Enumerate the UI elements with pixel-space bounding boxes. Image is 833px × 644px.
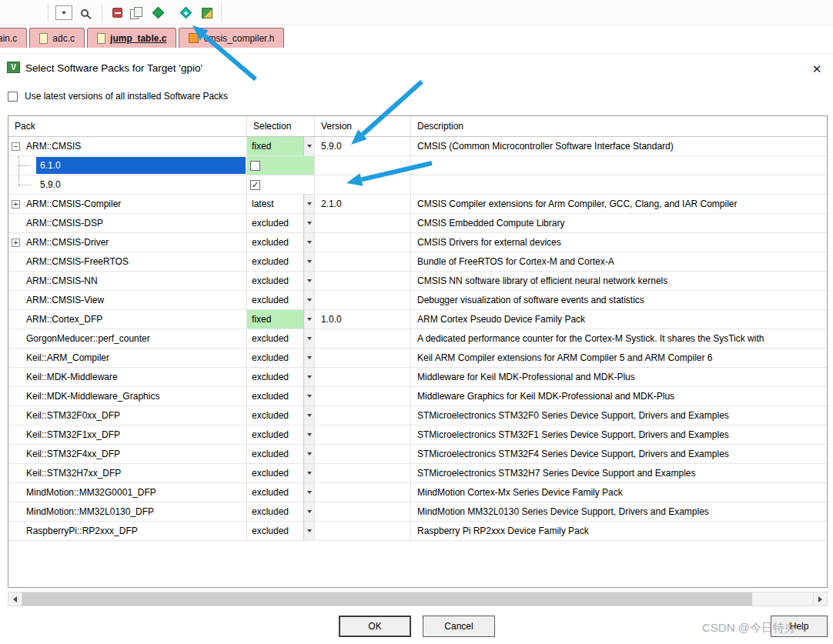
pack-cell[interactable]: +ARM::CMSIS-Compiler <box>8 195 247 213</box>
pack-cell[interactable]: 5.9.0 <box>8 175 247 194</box>
table-row[interactable]: Keil::MDK-Middleware_GraphicsexcludedMid… <box>8 387 827 406</box>
selection-cell[interactable]: excluded <box>247 425 315 444</box>
dropdown-button[interactable] <box>303 349 314 367</box>
table-row[interactable]: +ARM::CMSIS-DriverexcludedCMSIS Drivers … <box>8 233 827 252</box>
dropdown-button[interactable] <box>303 502 314 521</box>
selection-dropdown[interactable]: excluded <box>247 214 314 232</box>
selection-cell[interactable]: excluded <box>247 272 315 290</box>
pack-cell[interactable]: Keil::MDK-Middleware_Graphics <box>8 387 247 405</box>
selection-dropdown[interactable]: excluded <box>247 425 314 444</box>
pack-cell[interactable]: Keil::ARM_Compiler <box>8 349 247 367</box>
selection-cell[interactable]: excluded <box>247 406 315 425</box>
use-latest-checkbox[interactable] <box>8 92 18 102</box>
pack-cell[interactable]: ARM::CMSIS-FreeRTOS <box>8 252 247 271</box>
table-row[interactable]: ARM::CMSIS-ViewexcludedDebugger visualiz… <box>8 291 827 310</box>
table-row[interactable]: ARM::CMSIS-FreeRTOSexcludedBundle of Fre… <box>8 252 827 272</box>
selection-dropdown[interactable]: fixed <box>247 137 314 155</box>
pack-cell[interactable]: +ARM::CMSIS-Driver <box>8 233 247 252</box>
dropdown-button[interactable] <box>303 137 314 155</box>
pack-cell[interactable]: MindMotion::MM32L0130_DFP <box>8 502 247 521</box>
selection-dropdown[interactable]: excluded <box>247 406 314 425</box>
dropdown-button[interactable] <box>303 483 314 502</box>
selection-cell[interactable] <box>247 156 315 175</box>
selection-dropdown[interactable]: excluded <box>247 252 314 271</box>
selection-dropdown[interactable]: excluded <box>247 368 314 386</box>
selection-cell[interactable]: fixed <box>247 310 315 329</box>
selection-cell[interactable]: excluded <box>247 214 315 232</box>
selection-dropdown[interactable]: fixed <box>247 310 314 329</box>
selection-cell[interactable]: excluded <box>247 233 315 252</box>
collapse-icon[interactable]: − <box>12 142 20 151</box>
pack-cell[interactable]: Keil::STM32F4xx_DFP <box>8 445 247 463</box>
dropdown-button[interactable] <box>303 291 314 309</box>
select-software-packs-icon[interactable] <box>176 3 195 22</box>
analysis-icon[interactable] <box>75 3 94 22</box>
dropdown-button[interactable] <box>303 464 314 482</box>
run-time-environment-icon[interactable] <box>149 3 167 22</box>
selection-dropdown[interactable]: excluded <box>247 387 314 405</box>
selection-cell[interactable]: excluded <box>247 445 315 463</box>
table-row[interactable]: Keil::MDK-MiddlewareexcludedMiddleware f… <box>8 368 827 387</box>
pack-cell[interactable]: Keil::STM32F0xx_DFP <box>8 406 247 425</box>
selection-cell[interactable]: excluded <box>247 329 315 348</box>
table-row[interactable]: GorgonMeducer::perf_counterexcludedA ded… <box>8 329 827 349</box>
selection-dropdown[interactable]: latest <box>247 195 314 213</box>
pack-cell[interactable]: GorgonMeducer::perf_counter <box>8 329 247 348</box>
dropdown-button[interactable] <box>303 368 314 386</box>
table-row[interactable]: Keil::STM32F0xx_DFPexcludedSTMicroelectr… <box>8 406 827 425</box>
pack-cell[interactable]: ARM::Cortex_DFP <box>8 310 247 329</box>
selection-dropdown[interactable]: excluded <box>247 502 314 521</box>
copy-items-icon[interactable] <box>127 3 146 22</box>
selection-cell[interactable]: excluded <box>247 522 315 540</box>
cancel-button[interactable]: Cancel <box>423 616 495 637</box>
pack-cell[interactable]: Keil::MDK-Middleware <box>8 368 247 386</box>
pack-cell[interactable]: ARM::CMSIS-View <box>8 291 247 309</box>
dropdown-button[interactable] <box>303 214 314 232</box>
table-row[interactable]: 6.1.0 <box>8 156 827 175</box>
expand-icon[interactable]: + <box>12 239 20 247</box>
selection-cell[interactable]: fixed <box>247 137 315 155</box>
selection-dropdown[interactable]: excluded <box>247 329 314 348</box>
selection-dropdown[interactable]: excluded <box>247 349 314 367</box>
table-row[interactable]: RaspberryPi::RP2xxx_DFPexcludedRaspberry… <box>8 522 827 541</box>
dropdown-button[interactable] <box>303 406 314 425</box>
selection-dropdown[interactable]: excluded <box>247 272 314 290</box>
dropdown-button[interactable] <box>303 329 314 348</box>
selection-cell[interactable]: excluded <box>247 502 315 521</box>
table-row[interactable]: Keil::STM32F4xx_DFPexcludedSTMicroelectr… <box>8 445 827 464</box>
table-row[interactable]: MindMotion::MM32L0130_DFPexcludedMindMot… <box>8 502 827 522</box>
table-row[interactable]: ARM::CMSIS-NNexcludedCMSIS NN software l… <box>8 272 827 291</box>
selection-cell[interactable]: excluded <box>247 464 315 482</box>
selection-cell[interactable]: excluded <box>247 291 315 309</box>
selection-cell[interactable]: ✓ <box>247 175 315 194</box>
version-checkbox[interactable]: ✓ <box>250 180 260 190</box>
table-row[interactable]: +ARM::CMSIS-Compilerlatest2.1.0CMSIS Com… <box>8 195 827 214</box>
selection-cell[interactable]: excluded <box>247 387 315 405</box>
selection-dropdown[interactable]: excluded <box>247 233 314 252</box>
close-icon[interactable]: ✕ <box>807 59 827 79</box>
version-checkbox[interactable] <box>250 161 260 171</box>
scroll-left-button[interactable] <box>8 592 22 606</box>
selection-dropdown[interactable]: excluded <box>247 464 314 482</box>
dropdown-button[interactable] <box>303 310 314 329</box>
pack-installer-icon[interactable] <box>198 3 216 22</box>
pack-cell[interactable]: Keil::STM32H7xx_DFP <box>8 464 247 482</box>
pack-cell[interactable]: 6.1.0 <box>8 156 247 175</box>
dropdown-button[interactable] <box>303 522 314 540</box>
pack-cell[interactable]: MindMotion::MM32G0001_DFP <box>8 483 247 502</box>
pack-cell[interactable]: Keil::STM32F1xx_DFP <box>8 425 247 444</box>
selection-cell[interactable]: excluded <box>247 483 315 502</box>
dropdown-button[interactable] <box>303 233 314 252</box>
table-row[interactable]: ARM::CMSIS-DSPexcludedCMSIS Embedded Com… <box>8 214 827 233</box>
tab-cmsis-compiler-h[interactable]: cmsis_compiler.h <box>179 28 284 48</box>
selection-cell[interactable]: excluded <box>247 252 315 271</box>
dropdown-button[interactable] <box>303 387 314 405</box>
table-row[interactable]: Keil::STM32F1xx_DFPexcludedSTMicroelectr… <box>8 425 827 445</box>
selection-dropdown[interactable]: excluded <box>247 483 314 502</box>
pack-cell[interactable]: RaspberryPi::RP2xxx_DFP <box>8 522 247 540</box>
options-icon[interactable] <box>108 3 126 22</box>
dropdown-button[interactable] <box>303 272 314 290</box>
selection-dropdown[interactable]: excluded <box>247 522 314 540</box>
dropdown-button[interactable] <box>303 252 314 271</box>
table-row[interactable]: −ARM::CMSISfixed5.9.0CMSIS (Common Micro… <box>8 137 827 156</box>
